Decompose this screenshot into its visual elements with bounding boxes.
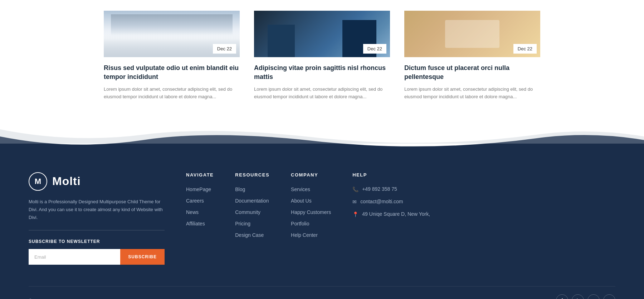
help-location: 📍 49 Uniqe Square D, New York, <box>352 211 430 217</box>
help-email-text: contact@molti.com <box>360 199 403 204</box>
footer-col-help-heading: HELP <box>352 172 430 178</box>
footer-brand: M Molti Molti is a Professionally Design… <box>29 172 165 265</box>
comp-link-portfolio[interactable]: Portfolio <box>291 221 309 226</box>
footer-col-company-heading: COMPANY <box>291 172 331 178</box>
list-item: Services <box>291 186 331 193</box>
list-item: Pricing <box>235 220 269 227</box>
footer-col-navigate-heading: NAVIGATE <box>186 172 214 178</box>
list-item: About Us <box>291 198 331 204</box>
date-badge-1: Dec 22 <box>213 44 236 54</box>
blog-section: Dec 22 Risus sed vulputate odio ut enim … <box>0 11 644 122</box>
blog-card-image-1: Dec 22 <box>104 11 240 57</box>
globe-social-icon[interactable]: ⊕ <box>603 294 615 299</box>
instagram-social-icon[interactable]: ◎ <box>587 294 600 299</box>
footer-col-resources: RESOURCES Blog Documentation Community P… <box>235 172 269 265</box>
list-item: Design Case <box>235 232 269 238</box>
footer-col-resources-heading: RESOURCES <box>235 172 269 178</box>
footer-col-company: COMPANY Services About Us Happy Customer… <box>291 172 331 265</box>
blog-card-1: Dec 22 Risus sed vulputate odio ut enim … <box>104 11 240 101</box>
comp-link-happy-customers[interactable]: Happy Customers <box>291 209 331 215</box>
blog-excerpt-2: Lorem ipsum dolor sit amet, consectetur … <box>254 86 390 101</box>
email-icon: ✉ <box>352 199 357 205</box>
top-spacer <box>0 0 644 11</box>
res-link-design-case[interactable]: Design Case <box>235 232 264 238</box>
location-icon: 📍 <box>352 211 358 217</box>
blog-card-2: Dec 22 Adipiscing vitae proin sagittis n… <box>254 11 390 101</box>
comp-link-help-center[interactable]: Help Center <box>291 232 318 238</box>
newsletter-form: SUBSCRIBE <box>29 249 165 265</box>
help-location-text: 49 Uniqe Square D, New York, <box>362 211 430 217</box>
brand-name: Molti <box>52 175 81 188</box>
blog-excerpt-1: Lorem ipsum dolor sit amet, consectetur … <box>104 86 240 101</box>
list-item: Help Center <box>291 232 331 238</box>
blog-card-image-2: Dec 22 <box>254 11 390 57</box>
help-phone: 📞 +49 892 358 75 <box>352 186 430 192</box>
blog-title-2: Adipiscing vitae proin sagittis nisl rho… <box>254 64 390 81</box>
list-item: Community <box>235 209 269 215</box>
res-link-community[interactable]: Community <box>235 209 260 215</box>
newsletter-subscribe-button[interactable]: SUBSCRIBE <box>120 249 165 265</box>
nav-link-affiliates[interactable]: Affiliates <box>186 221 205 226</box>
list-item: Blog <box>235 186 269 193</box>
footer-col-company-links: Services About Us Happy Customers Portfo… <box>291 186 331 238</box>
list-item: Happy Customers <box>291 209 331 215</box>
comp-link-about-us[interactable]: About Us <box>291 198 312 204</box>
help-email: ✉ contact@molti.com <box>352 199 430 205</box>
footer-bottom: © Copyright Molti 2020. Made with by ♥ S… <box>29 286 615 299</box>
list-item: Portfolio <box>291 220 331 227</box>
phone-icon: 📞 <box>352 186 358 192</box>
list-item: News <box>186 209 214 215</box>
footer: M Molti Molti is a Professionally Design… <box>0 151 644 299</box>
footer-col-help: HELP 📞 +49 892 358 75 ✉ contact@molti.co… <box>352 172 430 265</box>
blog-card-image-3: Dec 22 <box>404 11 540 57</box>
res-link-pricing[interactable]: Pricing <box>235 221 250 226</box>
brand-logo: M Molti <box>29 172 165 191</box>
res-link-documentation[interactable]: Documentation <box>235 198 269 204</box>
brand-icon: M <box>29 172 47 191</box>
brand-description: Molti is a Professionally Designed Multi… <box>29 198 165 230</box>
date-badge-2: Dec 22 <box>363 44 386 54</box>
nav-link-careers[interactable]: Careers <box>186 198 204 204</box>
newsletter-email-input[interactable] <box>29 249 120 265</box>
footer-main: M Molti Molti is a Professionally Design… <box>29 172 615 286</box>
date-badge-3: Dec 22 <box>513 44 537 54</box>
list-item: Careers <box>186 198 214 204</box>
footer-col-navigate-links: HomePage Careers News Affiliates <box>186 186 214 227</box>
facebook-social-icon[interactable]: f <box>556 294 568 299</box>
nav-link-homepage[interactable]: HomePage <box>186 186 211 192</box>
nav-link-news[interactable]: News <box>186 209 199 215</box>
comp-link-services[interactable]: Services <box>291 186 310 192</box>
res-link-blog[interactable]: Blog <box>235 186 245 192</box>
blog-excerpt-3: Lorem ipsum dolor sit amet, consectetur … <box>404 86 540 101</box>
wave-separator <box>0 122 644 151</box>
blog-title-3: Dictum fusce ut placerat orci nulla pell… <box>404 64 540 81</box>
list-item: Documentation <box>235 198 269 204</box>
twitter-social-icon[interactable]: 𝕥 <box>572 294 584 299</box>
blog-title-1: Risus sed vulputate odio ut enim blandit… <box>104 64 240 81</box>
list-item: Affiliates <box>186 220 214 227</box>
footer-col-navigate: NAVIGATE HomePage Careers News Affiliate… <box>186 172 214 265</box>
footer-social: f 𝕥 ◎ ⊕ <box>556 294 615 299</box>
newsletter-label: SUBSCRIBE TO NEWSLETTER <box>29 239 165 244</box>
footer-col-resources-links: Blog Documentation Community Pricing Des… <box>235 186 269 238</box>
footer-nav-columns: NAVIGATE HomePage Careers News Affiliate… <box>186 172 615 265</box>
help-phone-text: +49 892 358 75 <box>362 186 397 192</box>
blog-card-3: Dec 22 Dictum fusce ut placerat orci nul… <box>404 11 540 101</box>
list-item: HomePage <box>186 186 214 193</box>
